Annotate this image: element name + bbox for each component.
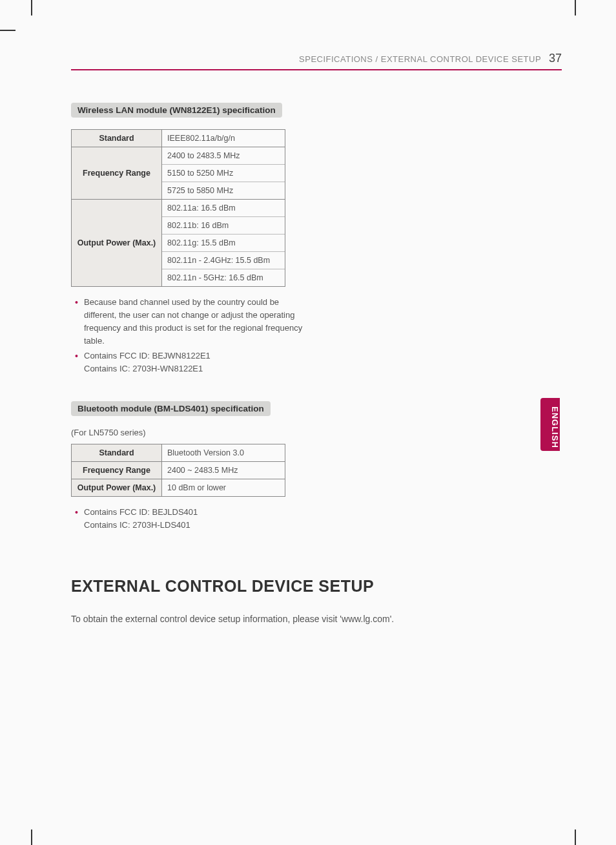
- crop-mark: [31, 829, 32, 845]
- cell-value: Bluetooth Version 3.0: [162, 444, 285, 461]
- note-item: Contains FCC ID: BEJWN8122E1 Contains IC…: [71, 349, 303, 375]
- row-label: Standard: [72, 444, 162, 461]
- bt-series-note: (For LN5750 series): [71, 428, 323, 437]
- cell-value: 5725 to 5850 MHz: [162, 182, 285, 199]
- bt-spec-badge: Bluetooth module (BM-LDS401) specificati…: [71, 401, 271, 416]
- row-label: Frequency Range: [72, 461, 162, 479]
- cell-value: 10 dBm or lower: [162, 479, 285, 496]
- cell-value: 802.11a: 16.5 dBm: [162, 200, 285, 217]
- page-header: SPECIFICATIONS / EXTERNAL CONTROL DEVICE…: [71, 52, 562, 70]
- bt-notes: Contains FCC ID: BEJLDS401 Contains IC: …: [71, 506, 303, 532]
- external-control-body: To obtain the external control device se…: [71, 614, 562, 624]
- cell-stack: 2400 to 2483.5 MHz 5150 to 5250 MHz 5725…: [162, 147, 285, 200]
- table-row: Frequency Range 2400 to 2483.5 MHz 5150 …: [72, 147, 285, 200]
- table-row: Frequency Range 2400 ~ 2483.5 MHz: [72, 461, 285, 479]
- crop-mark: [31, 0, 32, 16]
- row-label: Output Power (Max.): [72, 479, 162, 496]
- header-title: SPECIFICATIONS / EXTERNAL CONTROL DEVICE…: [299, 54, 541, 64]
- table-row: Output Power (Max.) 802.11a: 16.5 dBm 80…: [72, 200, 285, 287]
- cell-value: IEEE802.11a/b/g/n: [162, 130, 285, 147]
- note-item: Contains FCC ID: BEJLDS401 Contains IC: …: [71, 506, 303, 532]
- row-label: Frequency Range: [72, 147, 162, 200]
- page-number: 37: [549, 52, 562, 65]
- crop-mark: [575, 829, 576, 845]
- cell-value: 802.11n - 2.4GHz: 15.5 dBm: [162, 252, 285, 269]
- row-label: Output Power (Max.): [72, 200, 162, 287]
- cell-value: 5150 to 5250 MHz: [162, 165, 285, 182]
- section-heading-external-control: EXTERNAL CONTROL DEVICE SETUP: [71, 577, 562, 596]
- cell-value: 802.11g: 15.5 dBm: [162, 235, 285, 252]
- cell-value: 2400 to 2483.5 MHz: [162, 147, 285, 165]
- row-label: Standard: [72, 130, 162, 147]
- cell-value: 802.11b: 16 dBm: [162, 217, 285, 235]
- bt-spec-table: Standard Bluetooth Version 3.0 Frequency…: [71, 444, 285, 497]
- wifi-notes: Because band channel used by the country…: [71, 296, 303, 375]
- wifi-spec-table: Standard IEEE802.11a/b/g/n Frequency Ran…: [71, 129, 285, 287]
- table-row: Standard Bluetooth Version 3.0: [72, 444, 285, 461]
- note-item: Because band channel used by the country…: [71, 296, 303, 348]
- wifi-spec-badge: Wireless LAN module (WN8122E1) specifica…: [71, 103, 282, 118]
- cell-stack: 802.11a: 16.5 dBm 802.11b: 16 dBm 802.11…: [162, 200, 285, 287]
- table-row: Standard IEEE802.11a/b/g/n: [72, 130, 285, 147]
- table-row: Output Power (Max.) 10 dBm or lower: [72, 479, 285, 496]
- cell-value: 2400 ~ 2483.5 MHz: [162, 461, 285, 479]
- cell-value: 802.11n - 5GHz: 16.5 dBm: [162, 269, 285, 286]
- crop-mark: [0, 30, 15, 31]
- crop-mark: [575, 0, 576, 16]
